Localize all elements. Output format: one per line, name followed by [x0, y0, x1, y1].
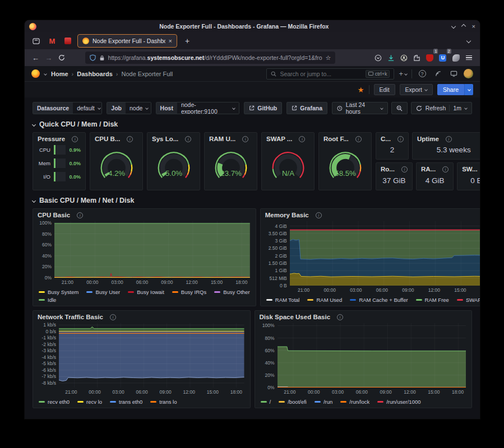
gauge-cpu-busy[interactable]: 4.2% — [90, 143, 142, 190]
new-tab-button[interactable]: + — [181, 35, 194, 47]
legend-item[interactable]: RAM Cache + Buffer — [350, 297, 408, 303]
panel-title[interactable]: Ro... — [381, 166, 395, 172]
panel-title[interactable]: Root F... — [323, 136, 349, 142]
legend-item[interactable]: recv eth0 — [39, 399, 70, 405]
downloads-icon[interactable] — [386, 51, 396, 64]
legend-item[interactable]: RAM Used — [307, 297, 342, 303]
panel-title[interactable]: Network Traffic Basic — [38, 314, 103, 320]
pinned-tab-gmail[interactable]: M — [46, 35, 58, 47]
gauge-swap-used[interactable]: N/A — [262, 143, 314, 190]
window-close-icon[interactable]: × — [472, 23, 475, 30]
lock-icon[interactable] — [99, 55, 105, 61]
info-icon[interactable]: i — [397, 136, 404, 142]
info-icon[interactable]: i — [72, 136, 78, 142]
info-icon[interactable]: i — [110, 314, 116, 320]
search-input[interactable]: Search or jump to... ctrl+k — [266, 68, 394, 80]
active-tab[interactable]: Node Exporter Full - Dashbo × — [77, 34, 177, 48]
disk-space-chart[interactable] — [278, 323, 466, 388]
legend-item[interactable]: Busy User — [86, 289, 120, 295]
github-link-button[interactable]: GitHub — [244, 102, 282, 114]
legend-item[interactable]: /boot/efi — [279, 399, 307, 405]
bookmark-star-icon[interactable]: ☆ — [326, 54, 331, 62]
panel-title[interactable]: Uptime — [417, 136, 439, 142]
share-dropdown-chevron[interactable] — [464, 84, 473, 95]
add-button[interactable]: + — [399, 68, 407, 80]
legend-item[interactable]: RAM Total — [266, 297, 300, 303]
refresh-picker[interactable]: Refresh 1m — [411, 102, 472, 114]
legend-item[interactable]: trans lo — [150, 399, 177, 405]
legend-item[interactable]: /run/user/1000 — [377, 399, 420, 405]
panel-title[interactable]: Memory Basic — [265, 212, 309, 218]
menu-hamburger-icon[interactable] — [464, 51, 474, 64]
breadcrumb-home[interactable]: Home — [51, 71, 68, 77]
info-icon[interactable]: i — [242, 136, 248, 142]
legend-item[interactable]: / — [261, 399, 271, 405]
news-icon[interactable] — [432, 68, 443, 80]
legend-item[interactable]: SWAP Used — [457, 297, 480, 303]
monitor-icon[interactable] — [448, 68, 459, 80]
window-maximize-icon[interactable] — [461, 24, 465, 29]
tab-close-icon[interactable]: × — [169, 38, 172, 44]
legend-item[interactable]: /run/lock — [340, 399, 369, 405]
legend-item[interactable]: Busy System — [39, 289, 78, 295]
window-minimize-icon[interactable] — [451, 24, 455, 29]
network-traffic-chart[interactable] — [59, 323, 244, 388]
tracking-shield-icon[interactable] — [90, 54, 96, 61]
info-icon[interactable]: i — [337, 314, 343, 320]
panel-title[interactable]: Pressure — [38, 136, 65, 142]
panel-title[interactable]: RAM U... — [209, 136, 235, 142]
job-picker[interactable]: Job node — [107, 102, 151, 114]
legend-item[interactable]: Busy IRQs — [172, 289, 206, 295]
export-button[interactable]: Export — [400, 84, 433, 95]
info-icon[interactable]: i — [401, 166, 408, 172]
info-icon[interactable]: i — [446, 136, 452, 142]
legend-item[interactable]: RAM Free — [416, 297, 449, 303]
legend-item[interactable]: Busy Other — [214, 289, 250, 295]
section-quick-cpu-mem-disk[interactable]: Quick CPU / Mem / Disk — [33, 120, 472, 128]
edit-button[interactable]: Edit — [374, 84, 395, 95]
gauge-root-fs[interactable]: 58.5% — [319, 143, 371, 190]
mega-menu-chevron-icon[interactable] — [44, 72, 47, 76]
pocket-icon[interactable] — [372, 51, 383, 64]
firefox-view-button[interactable] — [29, 35, 43, 47]
panel-title[interactable]: C... — [381, 136, 391, 142]
legend-item[interactable]: recv lo — [77, 399, 102, 405]
datasource-picker[interactable]: Datasource default — [33, 102, 102, 114]
help-icon[interactable]: ? — [417, 68, 428, 80]
extensions-puzzle-icon[interactable] — [411, 51, 422, 64]
panel-title[interactable]: CPU Basic — [38, 212, 70, 218]
info-icon[interactable]: i — [299, 136, 305, 142]
gauge-sys-load[interactable]: 5.0% — [147, 143, 200, 190]
info-icon[interactable]: i — [185, 136, 191, 142]
extension-blue-icon[interactable]: U2 — [437, 51, 448, 64]
info-icon[interactable]: i — [355, 136, 362, 142]
legend-item[interactable]: trans eth0 — [110, 399, 142, 405]
legend-item[interactable]: Idle — [39, 297, 56, 303]
info-icon[interactable]: i — [77, 212, 83, 218]
list-tabs-icon[interactable] — [462, 35, 475, 47]
legend-item[interactable]: Busy Iowait — [128, 289, 164, 295]
info-icon[interactable]: i — [127, 136, 133, 142]
forward-button[interactable]: → — [43, 51, 54, 64]
time-range-picker[interactable]: Last 24 hours — [332, 102, 388, 114]
url-bar[interactable]: https://grafana.systemsobscure.net/d/rYd… — [85, 52, 336, 64]
legend-item[interactable]: /run — [315, 399, 332, 405]
breadcrumb-dashboards[interactable]: Dashboards — [77, 71, 113, 77]
panel-title[interactable]: RA... — [421, 166, 436, 172]
panel-title[interactable]: SW... — [462, 166, 477, 172]
panel-title[interactable]: CPU B... — [95, 136, 120, 142]
share-button[interactable]: Share — [437, 84, 464, 95]
back-button[interactable]: ← — [30, 51, 41, 64]
grafana-link-button[interactable]: Grafana — [286, 102, 327, 114]
account-icon[interactable] — [399, 51, 409, 64]
section-basic-cpu-mem-net-disk[interactable]: Basic CPU / Mem / Net / Disk — [33, 197, 472, 204]
user-avatar[interactable] — [464, 69, 473, 78]
panel-title[interactable]: SWAP ... — [266, 136, 292, 142]
cpu-basic-chart[interactable] — [54, 221, 250, 278]
extension-gray-icon[interactable] — [451, 51, 461, 64]
zoom-out-button[interactable] — [391, 102, 408, 114]
extension-red-icon[interactable]: 1 — [424, 51, 435, 64]
panel-title[interactable]: Disk Space Used Basic — [260, 314, 331, 320]
gauge-ram-used[interactable]: 23.7% — [205, 143, 257, 190]
favorite-star-icon[interactable]: ★ — [358, 86, 364, 94]
